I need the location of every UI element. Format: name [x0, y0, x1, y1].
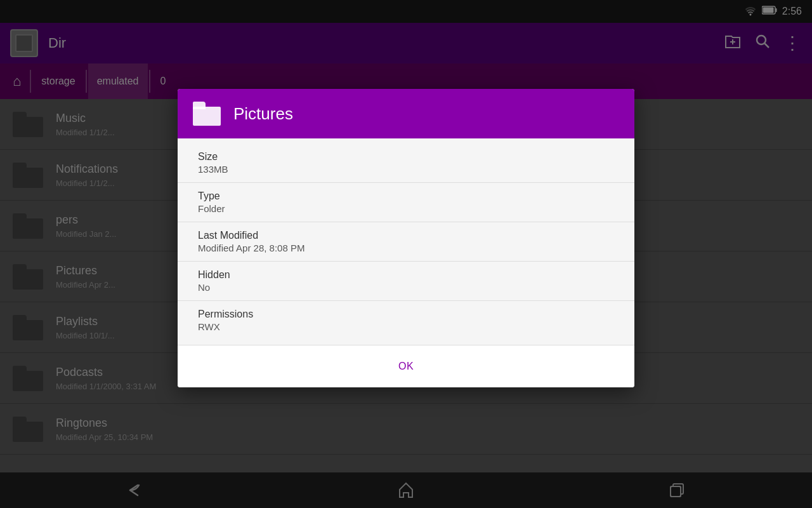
- dialog-lastmodified-value: Modified Apr 28, 8:08 PM: [198, 243, 614, 253]
- dialog-lastmodified-label: Last Modified: [198, 230, 614, 241]
- dialog-title: Pictures: [233, 104, 293, 124]
- ok-button[interactable]: OK: [378, 356, 434, 377]
- dialog-permissions-value: RWX: [198, 321, 614, 332]
- dialog-actions: OK: [178, 345, 634, 387]
- dialog-hidden-label: Hidden: [198, 269, 614, 281]
- dialog-lastmodified-row: Last Modified Modified Apr 28, 8:08 PM: [178, 222, 634, 261]
- dialog-type-row: Type Folder: [178, 183, 634, 222]
- dialog-type-value: Folder: [198, 203, 614, 214]
- dialog-hidden-row: Hidden No: [178, 262, 634, 300]
- dialog-size-value: 133MB: [198, 164, 614, 175]
- dialog-size-label: Size: [198, 151, 614, 163]
- pictures-dialog: Pictures Size 133MB Type Folder Last Mod…: [178, 89, 634, 387]
- dialog-permissions-label: Permissions: [198, 309, 614, 320]
- dialog-type-label: Type: [198, 190, 614, 202]
- dialog-body: Size 133MB Type Folder Last Modified Mod…: [178, 138, 634, 345]
- dialog-hidden-value: No: [198, 282, 614, 293]
- dialog-permissions-row: Permissions RWX: [178, 301, 634, 340]
- dialog-header: Pictures: [178, 89, 634, 138]
- dialog-folder-icon: [193, 102, 221, 126]
- dialog-size-row: Size 133MB: [178, 144, 634, 182]
